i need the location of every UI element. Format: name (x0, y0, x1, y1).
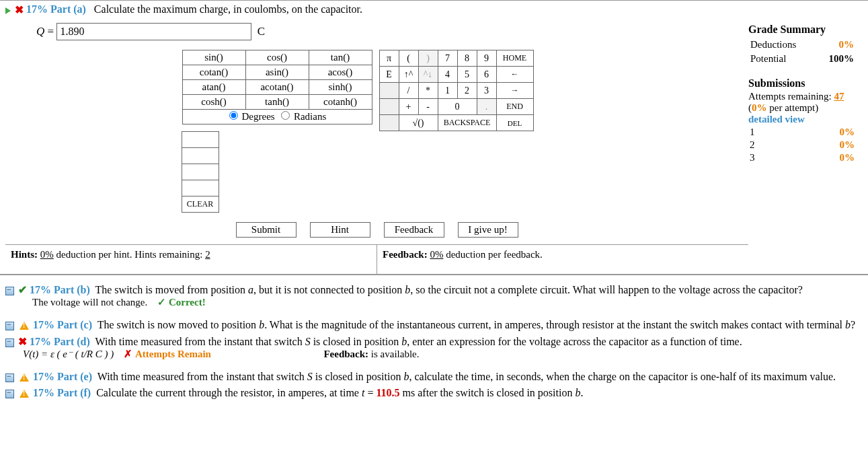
fn-tan[interactable]: tan() (309, 50, 372, 65)
hints-feedback-row: Hints: 0% deduction per hint. Hints rema… (5, 244, 748, 274)
key-lparen[interactable]: ( (399, 50, 418, 67)
hint-button[interactable]: Hint (310, 222, 370, 238)
per-attempt: (0% per attempt) (748, 102, 856, 114)
part-a-label: Part (a) (50, 3, 86, 15)
key-end[interactable]: END (496, 99, 533, 115)
part-e: 17% Part (e) With time measured from the… (5, 371, 863, 383)
collapse-icon[interactable] (5, 338, 14, 347)
detailed-view-link[interactable]: detailed view (748, 114, 856, 125)
mode-radians[interactable]: Radians (280, 111, 326, 122)
variable: Q (36, 25, 44, 38)
fn-cos[interactable]: cos() (245, 50, 309, 65)
key-minus[interactable]: - (418, 99, 438, 115)
key-plus[interactable]: + (399, 99, 418, 115)
equals: = (48, 25, 54, 38)
submissions-table: 10% 20% 30% (748, 125, 856, 165)
collapse-icon[interactable] (5, 373, 14, 382)
fn-sin[interactable]: sin() (182, 50, 245, 65)
key-clear[interactable]: CLEAR (182, 196, 219, 213)
grade-title: Grade Summary (748, 24, 856, 36)
key-4[interactable]: 4 (438, 67, 457, 83)
key-blank3 (379, 115, 399, 131)
key-0[interactable]: 0 (438, 99, 477, 115)
part-c: 17% Part (c) The switch is now moved to … (5, 319, 863, 331)
key-left[interactable]: ← (496, 67, 533, 83)
key-3[interactable]: 3 (477, 83, 496, 99)
feedback-cell: Feedback: 0% deduction per feedback. (377, 245, 748, 274)
part-b-answer: The voltage will not change. ✓ Correct! (32, 296, 863, 308)
answer-line: Q = C (36, 23, 748, 40)
key-slash[interactable]: / (399, 83, 418, 99)
part-d-answer: V(t) = ε ( e⁻ ( t/R C ) ) ✗ Attempts Rem… (23, 348, 863, 360)
key-6[interactable]: 6 (477, 67, 496, 83)
potential-label: Potential (750, 52, 816, 65)
keypad-clear-col: x x x x CLEAR (182, 131, 219, 213)
key-home[interactable]: HOME (496, 50, 533, 67)
key-right[interactable]: → (496, 83, 533, 99)
warning-icon (19, 390, 29, 398)
key-9[interactable]: 9 (477, 50, 496, 67)
key-rparen[interactable]: ) (418, 50, 438, 67)
submit-button[interactable]: Submit (236, 222, 297, 238)
key-pi[interactable]: π (379, 50, 399, 67)
fn-asin[interactable]: asin() (245, 65, 309, 80)
key-up[interactable]: ↑^ (399, 67, 418, 83)
answer-input[interactable] (56, 23, 251, 40)
deductions-label: Deductions (750, 38, 816, 51)
fn-tanh[interactable]: tanh() (245, 95, 309, 110)
collapse-icon[interactable] (5, 390, 14, 398)
part-a-text: Calculate the maximum charge, in coulomb… (89, 3, 362, 15)
keypad: π ( ) 7 8 9 HOME E ↑^ ^↓ 4 5 6 ← / * 1 2… (379, 50, 534, 131)
key-down[interactable]: ^↓ (418, 67, 438, 83)
collapse-icon[interactable] (5, 322, 14, 330)
action-buttons: Submit Hint Feedback I give up! (182, 222, 572, 238)
fn-sinh[interactable]: sinh() (309, 80, 372, 95)
key-blank (379, 83, 399, 99)
key-dot[interactable]: . (477, 99, 496, 115)
grade-summary: Grade Summary Deductions0% Potential100%… (748, 3, 863, 165)
expand-icon[interactable] (5, 7, 11, 14)
sub-row: 1 (750, 127, 776, 138)
feedback-button[interactable]: Feedback (384, 222, 444, 238)
function-pad: sin()cos()tan() cotan()asin()acos() atan… (182, 50, 372, 124)
fn-acos[interactable]: acos() (309, 65, 372, 80)
giveup-button[interactable]: I give up! (458, 222, 518, 238)
key-2[interactable]: 2 (457, 83, 477, 99)
part-f: 17% Part (f) Calculate the current throu… (5, 387, 863, 399)
fn-acotan[interactable]: acotan() (245, 80, 309, 95)
warning-icon (19, 322, 29, 330)
key-8[interactable]: 8 (457, 50, 477, 67)
part-a-header: ✖ 17% Part (a) Calculate the maximum cha… (5, 3, 748, 16)
sub-row: 2 (750, 139, 776, 151)
part-a-pct: 17% (26, 3, 48, 15)
angle-mode: Degrees Radians (182, 110, 372, 124)
attempts-remaining: Attempts remaining: 47 (748, 91, 856, 102)
key-5[interactable]: 5 (457, 67, 477, 83)
fn-cosh[interactable]: cosh() (182, 95, 245, 110)
key-star[interactable]: * (418, 83, 438, 99)
part-b: ✔ 17% Part (b) The switch is moved from … (5, 283, 863, 308)
check-icon: ✔ (18, 284, 27, 295)
status-wrong-icon: ✖ (18, 336, 27, 347)
fn-cotanh[interactable]: cotanh() (309, 95, 372, 110)
key-1[interactable]: 1 (438, 83, 457, 99)
key-sqrt[interactable]: √() (399, 115, 438, 131)
mode-degrees[interactable]: Degrees (228, 111, 275, 122)
key-del[interactable]: DEL (496, 115, 533, 131)
unit: C (258, 25, 265, 38)
part-d: ✖ 17% Part (d) With time measured from t… (5, 335, 863, 360)
fn-atan[interactable]: atan() (182, 80, 245, 95)
fn-cotan[interactable]: cotan() (182, 65, 245, 80)
status-wrong-icon: ✖ (15, 4, 24, 15)
sub-row: 3 (750, 152, 776, 164)
hints-cell: Hints: 0% deduction per hint. Hints rema… (5, 245, 377, 274)
potential-value: 100% (818, 52, 855, 65)
submissions-title: Submissions (748, 77, 856, 90)
deductions-value: 0% (818, 38, 855, 51)
key-blank2 (379, 99, 399, 115)
key-E[interactable]: E (379, 67, 399, 83)
warning-icon (19, 373, 29, 382)
key-7[interactable]: 7 (438, 50, 457, 67)
key-backspace[interactable]: BACKSPACE (438, 115, 496, 131)
collapse-icon[interactable] (5, 287, 14, 295)
